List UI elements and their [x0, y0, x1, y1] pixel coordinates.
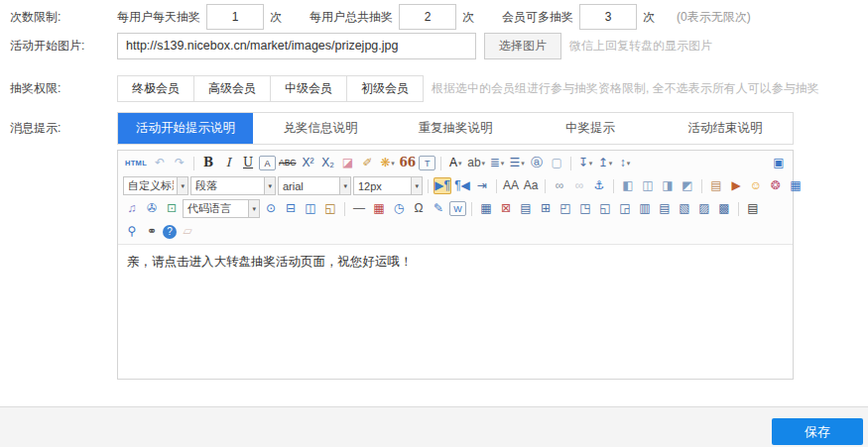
underline-icon[interactable]: U	[239, 155, 257, 171]
insert-col-right-icon[interactable]: ◱	[596, 200, 614, 217]
member-group-button[interactable]: 中级会员	[271, 75, 347, 102]
multi-column-icon[interactable]: ◫	[302, 200, 319, 217]
per-day-unit: 次	[270, 9, 282, 26]
align-justify-icon[interactable]: ↧▾	[576, 155, 594, 171]
html-source-icon[interactable]: HTML	[123, 159, 149, 168]
image-align-left-icon[interactable]: ◧	[619, 177, 637, 194]
image-align-right-icon[interactable]: ◨	[659, 177, 677, 194]
message-tab[interactable]: 活动开始提示说明	[118, 113, 253, 144]
ordered-list-icon[interactable]: ≣▾	[488, 155, 506, 171]
table-source-icon[interactable]: ▩	[715, 200, 733, 217]
line-height-icon[interactable]: ↕▾	[616, 155, 634, 171]
superscript-icon[interactable]: X²	[300, 155, 317, 171]
help-icon[interactable]: ?	[163, 225, 177, 239]
special-char-icon[interactable]: Ω	[410, 200, 428, 217]
anchor-icon[interactable]: ⚓	[590, 177, 608, 194]
font-family-select[interactable]: arial▾	[278, 176, 351, 195]
insert-video-icon[interactable]: ▦	[787, 177, 805, 194]
preview-icon[interactable]: ⚲	[123, 223, 141, 240]
insert-col-left-icon[interactable]: ◳	[576, 200, 594, 217]
chevron-down-icon: ▾	[339, 177, 350, 194]
message-tab[interactable]: 活动结束说明	[658, 113, 793, 144]
split-cells-icon[interactable]: ▨	[695, 200, 713, 217]
rtl-paragraph-icon[interactable]: ¶◀	[453, 177, 471, 194]
paste-text-icon[interactable]: T	[419, 156, 435, 170]
paragraph-indent-icon[interactable]: ↥▾	[596, 155, 614, 171]
link-icon[interactable]: ∞	[551, 177, 568, 194]
bold-icon[interactable]: B	[199, 155, 217, 171]
italic-icon[interactable]: I	[219, 155, 237, 171]
font-border-icon[interactable]: A	[259, 156, 276, 170]
new-page-icon[interactable]: ▢	[548, 155, 565, 171]
save-button[interactable]: 保存	[772, 418, 863, 445]
message-tab[interactable]: 重复抽奖说明	[388, 113, 523, 144]
delete-col-icon[interactable]: ▤	[656, 200, 674, 217]
member-extra-input[interactable]	[579, 4, 637, 30]
word-paste-icon[interactable]: W	[449, 201, 466, 216]
eraser-icon[interactable]: ◪	[339, 155, 357, 171]
message-tab[interactable]: 兑奖信息说明	[253, 113, 388, 144]
code-language-select[interactable]: 代码语言▾	[183, 199, 260, 218]
calendar-icon[interactable]: ▦	[370, 200, 388, 217]
insert-row-above-icon[interactable]: ◰	[557, 200, 574, 217]
permission-hint: 根据选中的会员组进行参与抽奖资格限制, 全不选表示所有人可以参与抽奖	[432, 80, 819, 97]
paste-disabled-icon[interactable]: ▱	[179, 223, 196, 240]
custom-style-select[interactable]: 自定义标题▾	[123, 176, 188, 195]
page-break-icon[interactable]: ⊟	[282, 200, 300, 217]
font-color-icon[interactable]: A▾	[446, 155, 464, 171]
font-size-select[interactable]: 12px▾	[353, 176, 423, 195]
lowercase-icon[interactable]: Aa	[522, 177, 540, 194]
image-align-center-icon[interactable]: ◫	[639, 177, 657, 194]
format-brush-icon[interactable]: ✐	[359, 155, 377, 171]
find-replace-icon[interactable]: ⚭	[143, 223, 161, 240]
strikethrough-icon[interactable]: ABC	[278, 155, 297, 171]
attachment-icon[interactable]: ✇	[143, 200, 161, 217]
emoticon-icon[interactable]: ☺	[747, 177, 765, 194]
undo-icon[interactable]: ↶	[151, 155, 169, 171]
highlight-color-icon[interactable]: ab▾	[466, 155, 486, 171]
start-image-url-input[interactable]	[117, 33, 476, 59]
unlink-icon[interactable]: ∞	[570, 177, 588, 194]
insert-media-icon[interactable]: ⊡	[163, 200, 181, 217]
music-icon[interactable]: ♫	[123, 200, 141, 217]
redo-icon[interactable]: ↷	[171, 155, 188, 171]
screenshot-icon[interactable]: ◱	[321, 200, 339, 217]
activity-settings-page: 次数限制: 每用户每天抽奖 次 每用户总共抽奖 次 会员可多抽奖 次 (0表示无…	[0, 0, 868, 447]
per-day-input[interactable]	[206, 4, 264, 30]
cell-prop-icon[interactable]: ⊞	[537, 200, 555, 217]
message-tab[interactable]: 中奖提示	[523, 113, 658, 144]
image-block-icon[interactable]: ◩	[679, 177, 696, 194]
remove-format-icon[interactable]: ❋▾	[379, 155, 397, 171]
member-group-button[interactable]: 高级会员	[194, 75, 271, 102]
fullscreen-icon[interactable]: ▣	[770, 155, 788, 171]
insert-row-below-icon[interactable]: ◲	[616, 200, 634, 217]
quick-edit-icon[interactable]: ✎	[430, 200, 447, 217]
merge-cells-icon[interactable]: ▧	[676, 200, 693, 217]
member-group-button[interactable]: 终极会员	[117, 75, 194, 102]
indent-icon[interactable]: ⇥	[473, 177, 491, 194]
horizontal-rule-icon[interactable]: —	[350, 200, 368, 217]
paragraph-format-select[interactable]: 段落▾	[190, 176, 276, 195]
choose-image-button[interactable]: 选择图片	[484, 33, 561, 59]
subscript-icon[interactable]: X₂	[319, 155, 337, 171]
member-group-button[interactable]: 初级会员	[347, 75, 424, 102]
insert-code-icon[interactable]: ⊙	[262, 200, 280, 217]
delete-row-icon[interactable]: ▥	[636, 200, 654, 217]
blockquote-icon[interactable]: 66	[399, 155, 418, 171]
unordered-list-icon[interactable]: ☰▾	[508, 155, 526, 171]
toolbar-separator	[193, 157, 194, 170]
insert-image-icon[interactable]: ▤	[707, 177, 725, 194]
delete-table-icon[interactable]: ⊠	[497, 200, 515, 217]
insert-table-icon[interactable]: ▦	[477, 200, 495, 217]
graffiti-icon[interactable]: ❂	[767, 177, 785, 194]
chevron-down-icon: ▾	[248, 200, 259, 217]
table-prop-icon[interactable]: ▤	[517, 200, 535, 217]
insert-flash-icon[interactable]: ▶	[727, 177, 745, 194]
uppercase-icon[interactable]: AA	[502, 177, 520, 194]
auto-typeset-icon[interactable]: ⓐ	[528, 155, 546, 171]
print-icon[interactable]: ▤	[744, 200, 762, 217]
ltr-paragraph-icon[interactable]: ▶¶	[434, 177, 451, 194]
editor-content-area[interactable]: 亲，请点击进入大转盘抽奖活动页面，祝您好运哦！	[118, 245, 793, 379]
time-icon[interactable]: ◷	[390, 200, 408, 217]
total-input[interactable]	[399, 4, 456, 30]
